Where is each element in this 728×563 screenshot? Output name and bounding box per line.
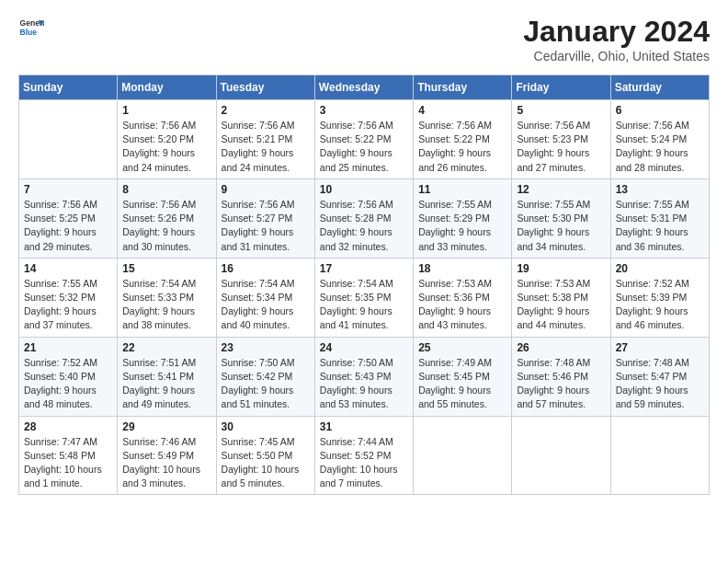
day-info: Sunrise: 7:56 AMSunset: 5:22 PMDaylight:… [320, 119, 408, 175]
day-number: 10 [320, 183, 408, 196]
calendar-body: 1Sunrise: 7:56 AMSunset: 5:20 PMDaylight… [19, 100, 710, 495]
day-number: 4 [418, 104, 506, 117]
day-info: Sunrise: 7:56 AMSunset: 5:21 PMDaylight:… [222, 119, 310, 175]
calendar-header: SundayMondayTuesdayWednesdayThursdayFrid… [19, 75, 710, 100]
day-number: 21 [24, 341, 112, 354]
day-info: Sunrise: 7:56 AMSunset: 5:24 PMDaylight:… [616, 119, 704, 175]
day-number: 15 [122, 262, 210, 275]
day-number: 9 [222, 183, 310, 196]
day-number: 22 [122, 341, 210, 354]
day-info: Sunrise: 7:52 AMSunset: 5:39 PMDaylight:… [616, 277, 704, 333]
calendar-cell: 23Sunrise: 7:50 AMSunset: 5:42 PMDayligh… [216, 337, 314, 416]
day-number: 18 [418, 262, 506, 275]
calendar-cell: 1Sunrise: 7:56 AMSunset: 5:20 PMDaylight… [118, 100, 216, 179]
logo: General Blue [18, 15, 44, 40]
calendar-cell: 6Sunrise: 7:56 AMSunset: 5:24 PMDaylight… [610, 100, 709, 179]
calendar-cell: 9Sunrise: 7:56 AMSunset: 5:27 PMDaylight… [216, 178, 314, 258]
weekday-header-saturday: Saturday [610, 75, 709, 100]
logo-icon: General Blue [18, 15, 44, 40]
calendar-cell: 11Sunrise: 7:55 AMSunset: 5:29 PMDayligh… [414, 178, 512, 258]
day-number: 25 [418, 341, 506, 354]
day-info: Sunrise: 7:55 AMSunset: 5:30 PMDaylight:… [517, 198, 605, 254]
calendar-cell: 12Sunrise: 7:55 AMSunset: 5:30 PMDayligh… [512, 178, 610, 258]
page-header: General Blue January 2024 Cedarville, Oh… [18, 15, 710, 63]
page-title: January 2024 [523, 15, 710, 49]
weekday-header-friday: Friday [512, 75, 610, 100]
day-info: Sunrise: 7:56 AMSunset: 5:20 PMDaylight:… [122, 119, 210, 175]
day-number: 20 [616, 262, 704, 275]
day-number: 2 [222, 104, 310, 117]
calendar-cell [414, 416, 512, 495]
day-info: Sunrise: 7:55 AMSunset: 5:32 PMDaylight:… [24, 277, 112, 333]
calendar-cell: 15Sunrise: 7:54 AMSunset: 5:33 PMDayligh… [118, 258, 216, 337]
day-info: Sunrise: 7:53 AMSunset: 5:36 PMDaylight:… [418, 277, 506, 333]
calendar-cell: 26Sunrise: 7:48 AMSunset: 5:46 PMDayligh… [512, 337, 610, 416]
calendar-cell: 22Sunrise: 7:51 AMSunset: 5:41 PMDayligh… [118, 337, 216, 416]
calendar-cell: 18Sunrise: 7:53 AMSunset: 5:36 PMDayligh… [414, 258, 512, 337]
day-number: 5 [517, 104, 605, 117]
weekday-header-thursday: Thursday [414, 75, 512, 100]
calendar-cell: 31Sunrise: 7:44 AMSunset: 5:52 PMDayligh… [314, 416, 413, 495]
calendar-week-row: 28Sunrise: 7:47 AMSunset: 5:48 PMDayligh… [19, 416, 710, 495]
calendar-cell: 14Sunrise: 7:55 AMSunset: 5:32 PMDayligh… [19, 258, 118, 337]
calendar-cell: 17Sunrise: 7:54 AMSunset: 5:35 PMDayligh… [314, 258, 413, 337]
calendar-cell: 30Sunrise: 7:45 AMSunset: 5:50 PMDayligh… [216, 416, 314, 495]
day-number: 24 [320, 341, 408, 354]
day-info: Sunrise: 7:52 AMSunset: 5:40 PMDaylight:… [24, 356, 112, 412]
calendar-cell: 28Sunrise: 7:47 AMSunset: 5:48 PMDayligh… [19, 416, 118, 495]
day-number: 29 [122, 420, 210, 433]
calendar-week-row: 14Sunrise: 7:55 AMSunset: 5:32 PMDayligh… [19, 258, 710, 337]
day-number: 8 [122, 183, 210, 196]
calendar-cell: 16Sunrise: 7:54 AMSunset: 5:34 PMDayligh… [216, 258, 314, 337]
day-number: 13 [616, 183, 704, 196]
weekday-header-row: SundayMondayTuesdayWednesdayThursdayFrid… [19, 75, 710, 100]
calendar-cell: 2Sunrise: 7:56 AMSunset: 5:21 PMDaylight… [216, 100, 314, 179]
calendar-week-row: 1Sunrise: 7:56 AMSunset: 5:20 PMDaylight… [19, 100, 710, 179]
day-info: Sunrise: 7:56 AMSunset: 5:25 PMDaylight:… [24, 198, 112, 254]
day-number: 19 [517, 262, 605, 275]
day-number: 11 [418, 183, 506, 196]
day-info: Sunrise: 7:48 AMSunset: 5:46 PMDaylight:… [517, 356, 605, 412]
day-info: Sunrise: 7:55 AMSunset: 5:29 PMDaylight:… [418, 198, 506, 254]
calendar-cell: 8Sunrise: 7:56 AMSunset: 5:26 PMDaylight… [118, 178, 216, 258]
day-info: Sunrise: 7:50 AMSunset: 5:43 PMDaylight:… [320, 356, 408, 412]
page-subtitle: Cedarville, Ohio, United States [523, 49, 710, 63]
day-number: 7 [24, 183, 112, 196]
calendar-cell: 29Sunrise: 7:46 AMSunset: 5:49 PMDayligh… [118, 416, 216, 495]
calendar-cell: 13Sunrise: 7:55 AMSunset: 5:31 PMDayligh… [610, 178, 709, 258]
day-info: Sunrise: 7:48 AMSunset: 5:47 PMDaylight:… [616, 356, 704, 412]
calendar-cell: 20Sunrise: 7:52 AMSunset: 5:39 PMDayligh… [610, 258, 709, 337]
day-number: 17 [320, 262, 408, 275]
calendar-cell: 7Sunrise: 7:56 AMSunset: 5:25 PMDaylight… [19, 178, 118, 258]
weekday-header-wednesday: Wednesday [314, 75, 413, 100]
day-number: 16 [222, 262, 310, 275]
calendar-cell: 19Sunrise: 7:53 AMSunset: 5:38 PMDayligh… [512, 258, 610, 337]
day-number: 14 [24, 262, 112, 275]
day-info: Sunrise: 7:53 AMSunset: 5:38 PMDaylight:… [517, 277, 605, 333]
calendar-table: SundayMondayTuesdayWednesdayThursdayFrid… [18, 75, 710, 495]
weekday-header-tuesday: Tuesday [216, 75, 314, 100]
day-info: Sunrise: 7:46 AMSunset: 5:49 PMDaylight:… [122, 435, 210, 491]
calendar-week-row: 21Sunrise: 7:52 AMSunset: 5:40 PMDayligh… [19, 337, 710, 416]
day-number: 27 [616, 341, 704, 354]
day-info: Sunrise: 7:55 AMSunset: 5:31 PMDaylight:… [616, 198, 704, 254]
calendar-cell: 27Sunrise: 7:48 AMSunset: 5:47 PMDayligh… [610, 337, 709, 416]
day-info: Sunrise: 7:56 AMSunset: 5:27 PMDaylight:… [222, 198, 310, 254]
svg-text:Blue: Blue [20, 28, 38, 37]
day-info: Sunrise: 7:45 AMSunset: 5:50 PMDaylight:… [222, 435, 310, 491]
calendar-cell [512, 416, 610, 495]
calendar-cell [610, 416, 709, 495]
calendar-cell: 21Sunrise: 7:52 AMSunset: 5:40 PMDayligh… [19, 337, 118, 416]
title-block: January 2024 Cedarville, Ohio, United St… [523, 15, 710, 63]
day-info: Sunrise: 7:54 AMSunset: 5:34 PMDaylight:… [222, 277, 310, 333]
weekday-header-monday: Monday [118, 75, 216, 100]
day-number: 3 [320, 104, 408, 117]
day-number: 28 [24, 420, 112, 433]
calendar-cell: 25Sunrise: 7:49 AMSunset: 5:45 PMDayligh… [414, 337, 512, 416]
day-number: 26 [517, 341, 605, 354]
calendar-cell: 3Sunrise: 7:56 AMSunset: 5:22 PMDaylight… [314, 100, 413, 179]
calendar-week-row: 7Sunrise: 7:56 AMSunset: 5:25 PMDaylight… [19, 178, 710, 258]
calendar-cell: 5Sunrise: 7:56 AMSunset: 5:23 PMDaylight… [512, 100, 610, 179]
day-info: Sunrise: 7:54 AMSunset: 5:35 PMDaylight:… [320, 277, 408, 333]
day-info: Sunrise: 7:56 AMSunset: 5:26 PMDaylight:… [122, 198, 210, 254]
